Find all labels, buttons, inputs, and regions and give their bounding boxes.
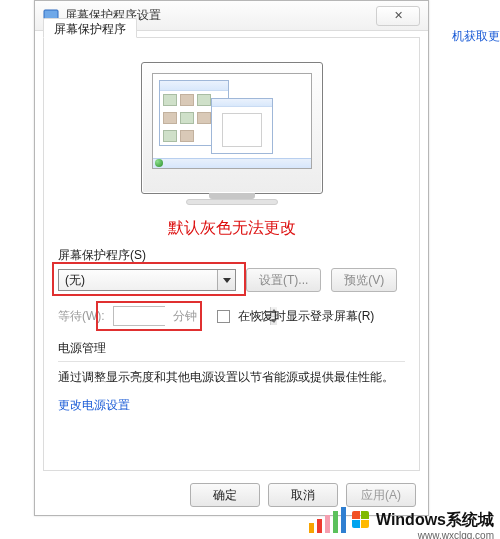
dropdown-button[interactable] — [217, 270, 235, 290]
watermark-bars-icon — [309, 507, 346, 533]
external-link-fragment[interactable]: 机获取更 — [452, 28, 500, 45]
wait-label: 等待(W): — [58, 308, 105, 325]
ok-button[interactable]: 确定 — [190, 483, 260, 507]
resume-login-checkbox[interactable] — [217, 310, 230, 323]
power-group-label: 电源管理 — [58, 340, 405, 357]
preview-taskbar — [153, 158, 311, 168]
watermark-brand: Windows系统城 — [376, 510, 494, 531]
apply-button[interactable]: 应用(A) — [346, 483, 416, 507]
screensaver-select[interactable]: (无) — [58, 269, 236, 291]
preview-button[interactable]: 预览(V) — [331, 268, 397, 292]
dialog-client-area: 屏幕保护程序 — [43, 37, 420, 471]
wait-unit: 分钟 — [173, 308, 197, 325]
preview-start-orb-icon — [155, 159, 163, 167]
watermark-url: www.wxclgg.com — [418, 530, 494, 540]
monitor-preview — [141, 62, 323, 194]
group-divider — [58, 361, 405, 362]
preview-window-document — [211, 98, 273, 154]
cancel-button[interactable]: 取消 — [268, 483, 338, 507]
dialog-footer: 确定 取消 应用(A) — [190, 483, 416, 507]
annotation-text: 默认灰色无法更改 — [58, 218, 405, 239]
watermark: Windows系统城 www.wxclgg.com — [309, 507, 494, 533]
tab-screensaver[interactable]: 屏幕保护程序 — [43, 18, 137, 38]
preview-screen — [152, 73, 312, 169]
chevron-down-icon — [223, 278, 231, 283]
windows-logo-icon — [352, 511, 370, 529]
change-power-settings-link[interactable]: 更改电源设置 — [58, 397, 130, 414]
screensaver-selected-value: (无) — [59, 272, 91, 289]
tab-strip: 屏幕保护程序 — [43, 18, 137, 38]
tab-content: 默认灰色无法更改 屏幕保护程序(S) (无) 设置(T)... 预览(V) 等待… — [44, 38, 419, 470]
power-description: 通过调整显示亮度和其他电源设置以节省能源或提供最佳性能。 — [58, 368, 405, 387]
close-icon: ✕ — [394, 9, 403, 22]
screensaver-settings-dialog: 屏幕保护程序设置 ✕ 屏幕保护程序 — [34, 0, 429, 516]
resume-login-label: 在恢复时显示登录屏幕(R) — [238, 308, 375, 325]
monitor-preview-area — [58, 62, 405, 194]
close-button[interactable]: ✕ — [376, 6, 420, 26]
wait-minutes-spinner[interactable] — [113, 306, 165, 326]
screensaver-label: 屏幕保护程序(S) — [58, 247, 405, 264]
settings-button[interactable]: 设置(T)... — [246, 268, 321, 292]
